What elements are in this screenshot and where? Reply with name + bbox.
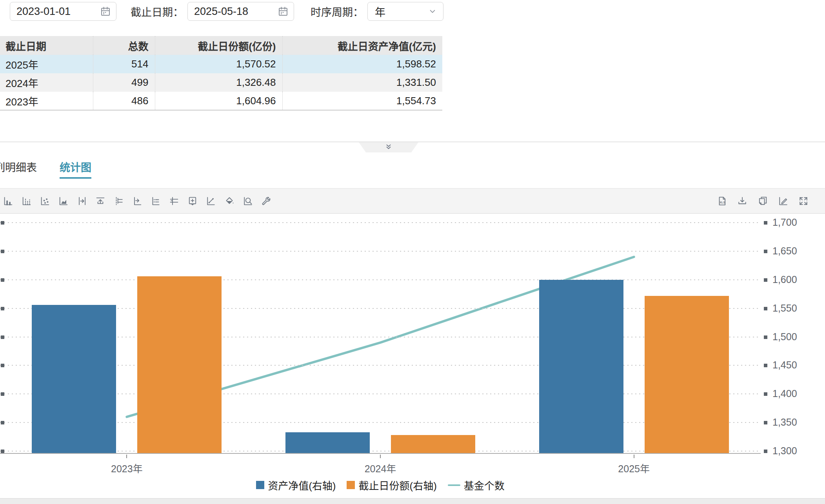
x-axis-tick xyxy=(380,455,381,458)
end-date-input[interactable] xyxy=(187,2,294,21)
table-cell: 1,598.52 xyxy=(282,55,442,73)
bar-截止日份额(右轴)-2025年[interactable] xyxy=(645,296,729,453)
legend-item-截止日份额(右轴)[interactable]: 截止日份额(右轴) xyxy=(347,478,436,492)
right-axis-tick xyxy=(764,450,767,453)
gridline xyxy=(0,222,761,223)
start-date-value[interactable] xyxy=(16,5,100,18)
table-cell: 1,331.50 xyxy=(282,73,442,92)
fullscreen-icon[interactable] xyxy=(798,195,809,207)
right-axis-tick xyxy=(764,221,767,225)
bottom-panel-edge xyxy=(0,498,825,504)
table-cell: 2023年 xyxy=(0,92,93,110)
copy-chart-icon[interactable] xyxy=(757,195,769,207)
legend-label: 资产净值(右轴) xyxy=(268,478,336,492)
statistics-chart: 1,7001,6501,6001,5501,5001,4501,4001,350… xyxy=(0,218,825,504)
calendar-icon[interactable] xyxy=(277,5,289,17)
toolbar-left-group xyxy=(2,195,279,207)
table-row[interactable]: 2024年4991,326.481,331.50 xyxy=(0,73,442,92)
axis-left-dashed-icon[interactable] xyxy=(113,195,125,207)
table-header-cell: 总数 xyxy=(93,36,155,55)
axis-right-arrow-icon[interactable] xyxy=(76,195,88,207)
legend-item-资产净值(右轴)[interactable]: 资产净值(右轴) xyxy=(256,478,336,492)
chevron-down-icon xyxy=(427,6,438,16)
right-axis-tick xyxy=(764,250,767,253)
left-axis-tick xyxy=(1,392,4,396)
collapse-panel-handle[interactable] xyxy=(359,142,418,152)
calendar-icon[interactable] xyxy=(100,5,111,17)
right-axis-tick xyxy=(764,307,767,310)
bar-截止日份额(右轴)-2023年[interactable] xyxy=(137,276,222,453)
right-axis-tick xyxy=(764,392,767,396)
table-cell: 2024年 xyxy=(0,73,93,92)
right-axis-label: 1,300 xyxy=(772,445,797,457)
export-top-icon[interactable] xyxy=(94,195,106,207)
right-axis-label: 1,550 xyxy=(772,303,797,314)
settings-wrench-icon[interactable] xyxy=(260,195,272,207)
scatter-chart-icon[interactable] xyxy=(39,195,51,207)
period-select[interactable]: 年 xyxy=(367,2,443,21)
tab-statistics-chart[interactable]: 统计图 xyxy=(60,154,91,185)
right-axis: 1,7001,6501,6001,5501,5001,4501,4001,350… xyxy=(761,218,825,454)
chart-legend: 资产净值(右轴)截止日份额(右轴)基金个数 xyxy=(0,478,761,492)
table-cell: 1,554.73 xyxy=(282,92,442,110)
tab-row: 列明细表 统计图 xyxy=(0,154,825,185)
x-axis-tick xyxy=(634,455,634,458)
xls-export-icon[interactable]: XLS xyxy=(716,195,728,207)
right-axis-tick xyxy=(764,278,767,282)
end-date-value[interactable] xyxy=(194,5,277,18)
legend-square-marker xyxy=(347,481,355,489)
legend-list-icon[interactable] xyxy=(150,195,162,207)
left-axis-tick xyxy=(1,278,4,282)
add-label-icon[interactable] xyxy=(187,195,198,207)
dashed-bar-chart-icon[interactable] xyxy=(21,195,33,207)
right-axis-label: 1,350 xyxy=(772,417,797,428)
panel-divider xyxy=(0,141,825,142)
area-chart-icon[interactable] xyxy=(58,195,69,207)
table-row[interactable]: 2023年4861,604.961,554.73 xyxy=(0,92,442,110)
table-header-row: 截止日期总数截止日份额(亿份)截止日资产净值(亿元) xyxy=(0,36,442,55)
x-axis-tick xyxy=(126,455,127,458)
grid-rows-icon[interactable] xyxy=(168,195,180,207)
right-axis-label: 1,700 xyxy=(772,217,797,228)
table-cell: 486 xyxy=(93,92,155,110)
plot-area xyxy=(0,218,761,454)
x-axis-label: 2024年 xyxy=(365,461,396,475)
bar-资产净值(右轴)-2025年[interactable] xyxy=(539,280,623,453)
legend-item-基金个数[interactable]: 基金个数 xyxy=(448,478,505,492)
table-header-cell: 截止日份额(亿份) xyxy=(155,36,282,55)
right-axis-label: 1,600 xyxy=(772,274,797,285)
summary-table: 截止日期总数截止日份额(亿份)截止日资产净值(亿元) 2025年5141,570… xyxy=(0,36,442,111)
fill-color-icon[interactable] xyxy=(224,195,235,207)
toolbar-right-group: XLS xyxy=(707,195,809,207)
x-axis-label: 2025年 xyxy=(618,461,650,475)
zoom-search-icon[interactable] xyxy=(242,195,254,207)
table-row[interactable]: 2025年5141,570.521,598.52 xyxy=(0,55,442,73)
x-axis-label: 2023年 xyxy=(111,461,143,475)
right-axis-label: 1,400 xyxy=(772,388,797,399)
bar-chart-icon[interactable] xyxy=(2,195,14,207)
trend-line-icon[interactable] xyxy=(205,195,217,207)
gridline xyxy=(0,279,761,280)
gridline xyxy=(0,251,761,252)
edit-chart-icon[interactable] xyxy=(777,195,789,207)
legend-label: 截止日份额(右轴) xyxy=(358,478,436,492)
legend-square-marker xyxy=(256,481,264,489)
tab-detail-list[interactable]: 列明细表 xyxy=(0,154,37,185)
bar-资产净值(右轴)-2023年[interactable] xyxy=(32,305,116,453)
table-header-cell: 截止日资产净值(亿元) xyxy=(282,36,442,55)
left-axis-tick xyxy=(1,421,4,424)
move-right-icon[interactable] xyxy=(131,195,143,207)
chart-toolbar: XLS xyxy=(0,188,825,214)
bar-截止日份额(右轴)-2024年[interactable] xyxy=(391,435,475,453)
table-cell: 2025年 xyxy=(0,55,93,73)
period-label: 时序周期： xyxy=(311,4,363,19)
start-date-input[interactable] xyxy=(10,2,116,21)
bar-资产净值(右轴)-2024年[interactable] xyxy=(285,432,370,453)
left-axis-tick xyxy=(1,364,4,367)
filter-bar: ： 截止日期： 时序周期： 年 xyxy=(0,0,825,23)
left-axis-tick xyxy=(1,450,4,453)
start-date-label: ： xyxy=(0,4,7,19)
download-icon[interactable] xyxy=(736,195,748,207)
legend-label: 基金个数 xyxy=(464,478,505,492)
table-cell: 499 xyxy=(93,73,155,92)
